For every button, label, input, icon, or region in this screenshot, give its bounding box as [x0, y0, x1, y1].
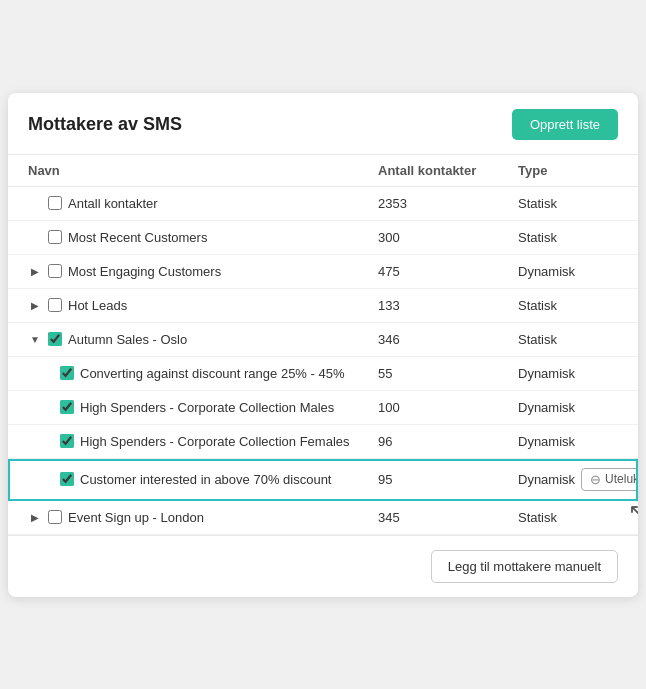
table-row: High Spenders - Corporate Collection Fem… — [8, 425, 638, 459]
row-checkbox[interactable] — [60, 400, 74, 414]
row-type: Dynamisk — [518, 400, 618, 415]
row-checkbox[interactable] — [60, 472, 74, 486]
row-count: 95 — [378, 472, 518, 487]
row-checkbox[interactable] — [48, 230, 62, 244]
table-header: Navn Antall kontakter Type — [8, 155, 638, 187]
row-label: Converting against discount range 25% - … — [80, 366, 345, 381]
expand-icon[interactable] — [28, 266, 42, 277]
row-count: 346 — [378, 332, 518, 347]
row-count: 133 — [378, 298, 518, 313]
card-header: Mottakere av SMS Opprett liste — [8, 93, 638, 155]
row-checkbox[interactable] — [48, 298, 62, 312]
table-row: Hot Leads 133 Statisk — [8, 289, 638, 323]
exclude-icon: ⊖ — [590, 472, 601, 487]
highlighted-wrapper: Customer interested in above 70% discoun… — [8, 459, 638, 501]
row-count: 2353 — [378, 196, 518, 211]
row-type: Dynamisk — [518, 366, 618, 381]
header-type: Type — [518, 163, 618, 178]
table-row-highlighted: Customer interested in above 70% discoun… — [8, 459, 638, 501]
row-count: 100 — [378, 400, 518, 415]
row-type: Statisk — [518, 230, 618, 245]
row-name: High Spenders - Corporate Collection Mal… — [60, 400, 378, 415]
expand-icon[interactable] — [28, 334, 42, 345]
row-checkbox[interactable] — [48, 196, 62, 210]
row-name: Event Sign up - London — [28, 510, 378, 525]
row-type: Dynamisk — [518, 264, 618, 279]
row-type: Statisk — [518, 196, 618, 211]
row-name: Most Recent Customers — [28, 230, 378, 245]
row-name: Antall kontakter — [28, 196, 378, 211]
table-container: Navn Antall kontakter Type Antall kontak… — [8, 155, 638, 535]
row-count: 475 — [378, 264, 518, 279]
row-name: Customer interested in above 70% discoun… — [60, 472, 378, 487]
row-label: High Spenders - Corporate Collection Mal… — [80, 400, 334, 415]
legg-til-button[interactable]: Legg til mottakere manuelt — [431, 550, 618, 583]
row-type: Statisk — [518, 510, 618, 525]
table-row: Most Engaging Customers 475 Dynamisk — [8, 255, 638, 289]
row-label: Antall kontakter — [68, 196, 158, 211]
row-type: Dynamisk — [518, 434, 618, 449]
row-checkbox[interactable] — [48, 332, 62, 346]
opprett-liste-button[interactable]: Opprett liste — [512, 109, 618, 140]
row-type: Dynamisk — [518, 472, 575, 487]
header-count: Antall kontakter — [378, 163, 518, 178]
expand-icon[interactable] — [28, 300, 42, 311]
row-label: Hot Leads — [68, 298, 127, 313]
row-checkbox[interactable] — [48, 264, 62, 278]
table-row: Converting against discount range 25% - … — [8, 357, 638, 391]
row-label: Event Sign up - London — [68, 510, 204, 525]
row-name: Hot Leads — [28, 298, 378, 313]
row-checkbox[interactable] — [60, 434, 74, 448]
row-checkbox[interactable] — [60, 366, 74, 380]
row-type: Statisk — [518, 298, 618, 313]
table-row: Antall kontakter 2353 Statisk — [8, 187, 638, 221]
row-type: Statisk — [518, 332, 618, 347]
row-label: Most Recent Customers — [68, 230, 207, 245]
card-footer: Legg til mottakere manuelt — [8, 535, 638, 597]
row-count: 55 — [378, 366, 518, 381]
row-name: High Spenders - Corporate Collection Fem… — [60, 434, 378, 449]
table-row: High Spenders - Corporate Collection Mal… — [8, 391, 638, 425]
table-row: Autumn Sales - Oslo 346 Statisk — [8, 323, 638, 357]
row-label: High Spenders - Corporate Collection Fem… — [80, 434, 350, 449]
row-name: Most Engaging Customers — [28, 264, 378, 279]
main-card: Mottakere av SMS Opprett liste Navn Anta… — [8, 93, 638, 597]
row-checkbox[interactable] — [48, 510, 62, 524]
row-count: 300 — [378, 230, 518, 245]
row-label: Customer interested in above 70% discoun… — [80, 472, 331, 487]
expand-icon[interactable] — [28, 512, 42, 523]
row-actions: Dynamisk ⊖ Utelukke — [518, 468, 618, 491]
row-count: 345 — [378, 510, 518, 525]
row-count: 96 — [378, 434, 518, 449]
table-row: Event Sign up - London 345 Statisk — [8, 501, 638, 535]
table-row: Most Recent Customers 300 Statisk — [8, 221, 638, 255]
header-name: Navn — [28, 163, 378, 178]
utelukke-button[interactable]: ⊖ Utelukke — [581, 468, 638, 491]
row-label: Autumn Sales - Oslo — [68, 332, 187, 347]
row-label: Most Engaging Customers — [68, 264, 221, 279]
card-title: Mottakere av SMS — [28, 114, 182, 135]
row-name: Converting against discount range 25% - … — [60, 366, 378, 381]
exclude-label: Utelukke — [605, 472, 638, 486]
row-name: Autumn Sales - Oslo — [28, 332, 378, 347]
